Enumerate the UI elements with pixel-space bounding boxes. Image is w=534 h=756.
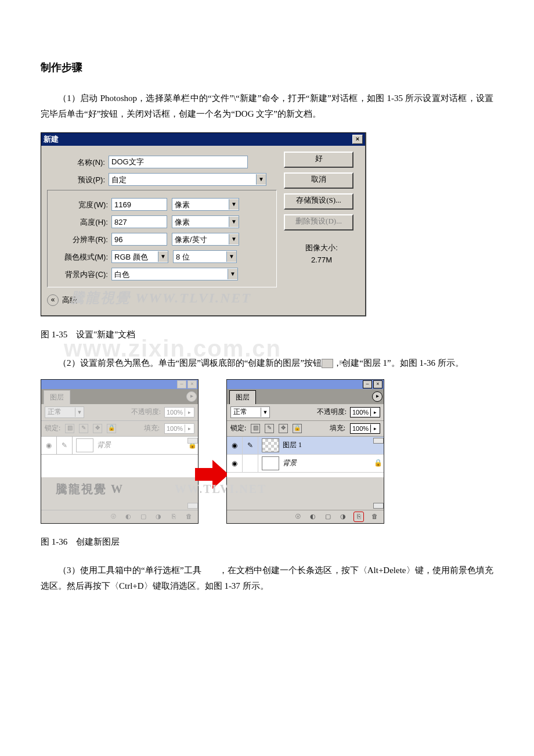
ok-button[interactable]: 好 (284, 152, 353, 168)
layer-row-layer1[interactable]: ◉ ✎ 图层 1 (227, 437, 384, 455)
brush-icon: ✎ (243, 437, 258, 454)
dialog-titlebar: 新建 × (41, 133, 365, 146)
new-layer-icon[interactable]: ⎘ (169, 512, 178, 521)
step-2-text: （2）设置前景色为黑色。单击“图层”调板底部的“创建新的图层”按钮⎘，创建“图层… (41, 355, 493, 371)
trash-icon[interactable]: 🗑 (184, 512, 193, 521)
link-icon[interactable]: ⦾ (293, 512, 302, 521)
step-1-text: （1）启动 Photoshop，选择菜单栏中的“文件”\“新建”命令，打开“新建… (41, 91, 493, 122)
panel-watermark: WW.TLVI.NET (175, 483, 266, 495)
resolution-label: 分辨率(R): (50, 233, 111, 246)
panel-watermark: 騰龍視覺 W (56, 483, 124, 495)
lock-transparency-icon[interactable]: ▧ (251, 424, 260, 433)
visibility-icon[interactable]: ◉ (227, 437, 243, 454)
brush-icon: ✎ (57, 437, 73, 454)
minimize-icon[interactable]: – (177, 380, 186, 388)
blend-mode-select: 正常▼ (45, 406, 84, 418)
close-icon[interactable]: × (373, 380, 383, 388)
fill-field: 100%▸ (164, 423, 194, 434)
lock-move-icon: ✥ (93, 424, 102, 433)
new-layer-icon[interactable]: ⎘ (353, 512, 364, 522)
opacity-field: 100%▸ (164, 407, 194, 417)
style-icon[interactable]: ◐ (124, 512, 133, 521)
width-unit-select[interactable]: 像素▼ (172, 198, 239, 211)
image-size-info: 图像大小: 2.77M (284, 242, 359, 267)
lock-paint-icon: ✎ (79, 424, 88, 433)
fill-field[interactable]: 100%▸ (350, 423, 380, 434)
layer-thumbnail (76, 438, 93, 452)
name-input[interactable] (109, 156, 248, 168)
step-3-text: （3）使用工具箱中的“单行选框”工具 ，在文档中创建一个长条选区，按下〈Alt+… (41, 563, 493, 594)
opacity-field[interactable]: 100%▸ (350, 407, 380, 417)
mode-label: 颜色模式(M): (50, 250, 111, 264)
bg-label: 背景内容(C): (50, 268, 111, 281)
close-icon[interactable]: × (352, 135, 363, 144)
resolution-unit-select[interactable]: 像素/英寸▼ (172, 233, 239, 246)
blend-mode-select[interactable]: 正常▼ (230, 406, 270, 418)
lock-transparency-icon: ▧ (65, 424, 74, 433)
chevron-down-icon: ▼ (256, 174, 266, 185)
delete-preset-button: 删除预设(D)... (284, 214, 353, 231)
width-label: 宽度(W): (50, 198, 111, 211)
close-icon[interactable]: × (187, 380, 197, 388)
mode-select[interactable]: RGB 颜色▼ (111, 250, 168, 263)
size-group: 宽度(W): 像素▼ 高度(H): 像素▼ 分辨率(R): 像素/英寸▼ (47, 190, 277, 287)
mask-icon[interactable]: ▢ (139, 512, 148, 521)
layers-panel-after: –× 图层▸ 正常▼ 不透明度: 100%▸ 锁定: ▧ ✎ ✥ 🔒 填充: 1… (226, 379, 384, 524)
layer-row-background[interactable]: ◉ ✎ 背景 🔒 (41, 437, 198, 455)
advanced-toggle[interactable]: « 高级 (47, 293, 277, 307)
height-unit-select[interactable]: 像素▼ (172, 215, 239, 228)
panel-menu-icon[interactable]: ▸ (186, 391, 197, 402)
bit-depth-select[interactable]: 8 位▼ (173, 250, 237, 263)
save-preset-button[interactable]: 存储预设(S)... (284, 193, 353, 210)
figure-layer-panels: –× 图层▸ 正常▼ 不透明度: 100%▸ 锁定: ▧ ✎ ✥ 🔒 填充: 1… (41, 379, 493, 524)
layer-thumbnail (262, 438, 279, 452)
adjust-icon[interactable]: ◑ (154, 512, 163, 521)
section-heading: 制作步骤 (41, 58, 493, 77)
preset-select[interactable]: 自定▼ (109, 173, 266, 186)
adjust-icon[interactable]: ◑ (338, 512, 348, 521)
visibility-icon[interactable]: ◉ (41, 437, 57, 454)
style-icon[interactable]: ◐ (308, 512, 317, 521)
lock-all-icon: 🔒 (107, 424, 116, 433)
visibility-icon[interactable]: ◉ (227, 455, 243, 472)
trash-icon[interactable]: 🗑 (370, 512, 379, 521)
document-page: { "heading": "制作步骤", "para1": "（1）启动 Pho… (0, 0, 534, 636)
new-layer-icon: ⎘ (322, 359, 333, 368)
width-input[interactable] (111, 198, 167, 211)
cancel-button[interactable]: 取消 (284, 172, 353, 189)
layer-thumbnail (262, 456, 279, 470)
lock-icon: 🔒 (372, 459, 384, 467)
height-input[interactable] (111, 215, 167, 228)
lock-all-icon[interactable]: 🔒 (293, 424, 302, 433)
lock-paint-icon[interactable]: ✎ (265, 424, 274, 433)
chevron-up-icon: « (47, 294, 59, 306)
bg-select[interactable]: 白色▼ (111, 268, 238, 280)
layer-row-background[interactable]: ◉ 背景 🔒 (227, 455, 384, 473)
figure-new-dialog: 新建 × 名称(N): 预设(P): 自定▼ 宽度(W): 像素▼ 高度(H (41, 132, 366, 316)
link-icon[interactable]: ⦾ (109, 512, 118, 521)
lock-move-icon[interactable]: ✥ (279, 424, 288, 433)
resolution-input[interactable] (111, 233, 167, 246)
height-label: 高度(H): (50, 215, 111, 229)
figure-1-caption: 图 1-35 设置"新建"文档 (41, 327, 493, 343)
name-label: 名称(N): (47, 156, 109, 169)
minimize-icon[interactable]: – (363, 380, 372, 388)
figure-2-caption: 图 1-36 创建新图层 (41, 534, 493, 550)
mask-icon[interactable]: ▢ (323, 512, 333, 521)
preset-label: 预设(P): (47, 173, 109, 186)
tab-layers[interactable]: 图层 (44, 390, 70, 404)
layers-panel-before: –× 图层▸ 正常▼ 不透明度: 100%▸ 锁定: ▧ ✎ ✥ 🔒 填充: 1… (41, 379, 199, 524)
tab-layers[interactable]: 图层 (229, 390, 256, 404)
panel-menu-icon[interactable]: ▸ (372, 391, 383, 402)
dialog-title: 新建 (44, 133, 59, 146)
